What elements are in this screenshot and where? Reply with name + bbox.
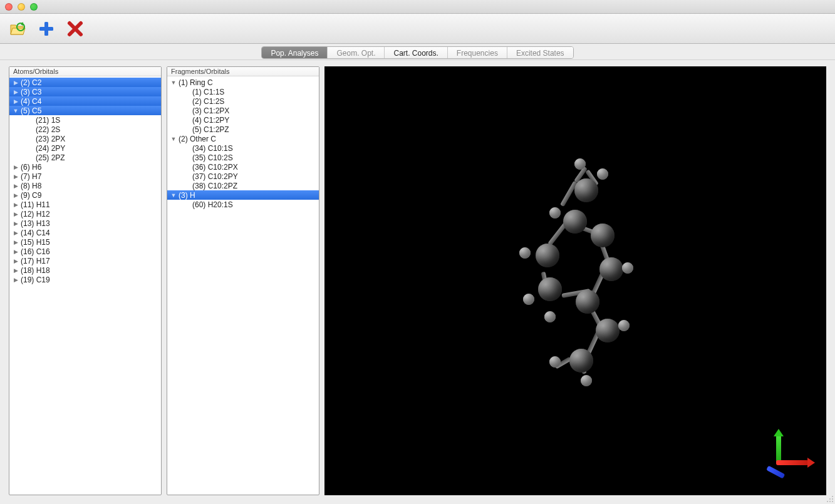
chevron-right-icon[interactable]: ▶ — [12, 230, 19, 236]
window-resize-grip[interactable] — [825, 494, 834, 503]
tree-row[interactable]: (60) H20:1S — [167, 200, 319, 209]
tree-row-label: (9) C9 — [21, 191, 41, 200]
chevron-down-icon[interactable]: ▼ — [170, 136, 177, 142]
window-zoom-button[interactable] — [30, 3, 38, 11]
chevron-down-icon[interactable]: ▼ — [170, 192, 177, 198]
window-titlebar — [0, 0, 835, 14]
chevron-right-icon[interactable]: ▶ — [12, 258, 19, 264]
tree-row[interactable]: (23) 2PX — [9, 134, 161, 143]
open-folder-icon — [8, 19, 27, 38]
chevron-right-icon[interactable]: ▶ — [12, 249, 19, 255]
tree-row[interactable]: (2) C1:2S — [167, 96, 319, 106]
chevron-right-icon[interactable]: ▶ — [12, 89, 19, 95]
chevron-right-icon[interactable]: ▶ — [12, 220, 19, 227]
window-minimize-button[interactable] — [18, 3, 25, 11]
tab-label: Geom. Opt. — [336, 49, 375, 58]
tree-row[interactable]: (34) C10:1S — [167, 143, 319, 153]
add-button[interactable] — [35, 18, 58, 40]
tree-row[interactable]: ▶(16) C16 — [9, 247, 161, 256]
tree-row[interactable]: (22) 2S — [9, 125, 161, 134]
molecule-viewer-panel[interactable] — [324, 66, 826, 495]
tab-pop-analyses[interactable]: Pop. Analyses — [262, 47, 328, 58]
tab-label: Pop. Analyses — [271, 49, 318, 58]
molecule-3d-viewport[interactable] — [324, 66, 826, 495]
remove-button[interactable] — [64, 18, 86, 40]
chevron-right-icon[interactable]: ▶ — [12, 98, 19, 105]
tree-row[interactable]: ▶(18) H18 — [9, 265, 161, 275]
tree-row-label: (15) H15 — [21, 238, 50, 247]
tab-cart-coords[interactable]: Cart. Coords. — [385, 47, 447, 58]
tree-row[interactable]: ▶(6) H6 — [9, 162, 161, 172]
tree-row[interactable]: ▼(5) C5 — [9, 106, 161, 115]
chevron-right-icon[interactable]: ▶ — [12, 277, 19, 283]
tree-row[interactable]: ▶(3) C3 — [9, 87, 161, 96]
tree-row[interactable]: (5) C1:2PZ — [167, 125, 319, 134]
tree-row[interactable]: ▶(12) H12 — [9, 209, 161, 219]
tree-row-label: (4) C4 — [21, 97, 41, 106]
chevron-right-icon[interactable]: ▶ — [12, 239, 19, 245]
fragments-orbitals-header: Fragments/Orbitals — [167, 67, 319, 76]
tree-row-label: (4) C1:2PY — [170, 116, 229, 125]
tree-row[interactable]: (36) C10:2PX — [167, 162, 319, 172]
tree-row[interactable]: (3) C1:2PX — [167, 106, 319, 115]
tree-row[interactable]: ▼(1) Ring C — [167, 78, 319, 87]
chevron-right-icon[interactable]: ▶ — [12, 80, 19, 86]
tree-row[interactable]: ▶(8) H8 — [9, 181, 161, 190]
chevron-right-icon[interactable]: ▶ — [12, 183, 19, 189]
chevron-right-icon[interactable]: ▶ — [12, 192, 19, 198]
tree-row[interactable]: ▶(19) C19 — [9, 275, 161, 284]
chevron-down-icon[interactable]: ▼ — [12, 108, 19, 114]
tree-row[interactable]: (1) C1:1S — [167, 87, 319, 96]
tree-row[interactable]: ▶(2) C2 — [9, 78, 161, 87]
chevron-right-icon[interactable]: ▶ — [12, 211, 19, 217]
tree-row[interactable]: (4) C1:2PY — [167, 115, 319, 125]
tree-row-label: (13) H13 — [21, 219, 50, 228]
tree-row[interactable]: ▶(17) H17 — [9, 256, 161, 265]
tree-row-label: (2) C1:2S — [170, 97, 224, 106]
tree-row[interactable]: ▶(7) H7 — [9, 172, 161, 181]
chevron-right-icon[interactable]: ▶ — [12, 164, 19, 170]
main-toolbar — [0, 14, 835, 44]
tree-row-label: (24) 2PY — [12, 144, 65, 153]
chevron-right-icon[interactable]: ▶ — [12, 202, 19, 208]
chevron-down-icon[interactable]: ▼ — [170, 80, 177, 86]
tree-row-label: (2) Other C — [179, 135, 216, 143]
tree-row[interactable]: (24) 2PY — [9, 143, 161, 153]
axis-z — [766, 465, 785, 478]
tree-row[interactable]: (38) C10:2PZ — [167, 181, 319, 190]
tree-row[interactable]: (25) 2PZ — [9, 153, 161, 162]
fragments-orbitals-tree[interactable]: ▼(1) Ring C(1) C1:1S(2) C1:2S(3) C1:2PX(… — [167, 76, 319, 495]
x-icon — [66, 19, 85, 38]
chevron-right-icon[interactable]: ▶ — [12, 267, 19, 274]
plus-icon — [37, 19, 56, 38]
atoms-orbitals-tree[interactable]: ▶(2) C2▶(3) C3▶(4) C4▼(5) C5(21) 1S(22) … — [9, 76, 161, 495]
tab-geom-opt[interactable]: Geom. Opt. — [328, 47, 385, 58]
tree-row[interactable]: (37) C10:2PY — [167, 172, 319, 181]
tab-label: Excited States — [516, 49, 564, 58]
tree-row-label: (23) 2PX — [12, 135, 65, 143]
tab-label: Frequencies — [457, 49, 498, 58]
molecule-model — [482, 150, 670, 413]
window-close-button[interactable] — [5, 3, 13, 11]
tree-row[interactable]: ▶(15) H15 — [9, 237, 161, 247]
tree-row[interactable]: ▶(11) H11 — [9, 200, 161, 209]
tab-segment-control: Pop. Analyses Geom. Opt. Cart. Coords. F… — [261, 46, 573, 59]
chevron-right-icon[interactable]: ▶ — [12, 173, 19, 180]
tree-row-label: (1) Ring C — [179, 78, 213, 87]
tree-row[interactable]: ▼(2) Other C — [167, 134, 319, 143]
tab-frequencies[interactable]: Frequencies — [448, 47, 507, 58]
tree-row-label: (14) C14 — [21, 229, 50, 237]
tree-row[interactable]: (21) 1S — [9, 115, 161, 125]
tree-row[interactable]: (35) C10:2S — [167, 153, 319, 162]
tab-label: Cart. Coords. — [393, 49, 438, 58]
tree-row[interactable]: ▶(4) C4 — [9, 96, 161, 106]
open-file-button[interactable] — [6, 18, 29, 40]
tab-excited-states[interactable]: Excited States — [507, 47, 573, 58]
atoms-orbitals-panel: Atoms/Orbitals ▶(2) C2▶(3) C3▶(4) C4▼(5)… — [9, 66, 162, 495]
tree-row[interactable]: ▶(14) C14 — [9, 228, 161, 237]
tree-row[interactable]: ▶(13) H13 — [9, 219, 161, 228]
tree-row-label: (5) C1:2PZ — [170, 125, 229, 134]
tree-row[interactable]: ▼(3) H — [167, 190, 319, 200]
axis-x — [776, 460, 809, 465]
tree-row[interactable]: ▶(9) C9 — [9, 190, 161, 200]
